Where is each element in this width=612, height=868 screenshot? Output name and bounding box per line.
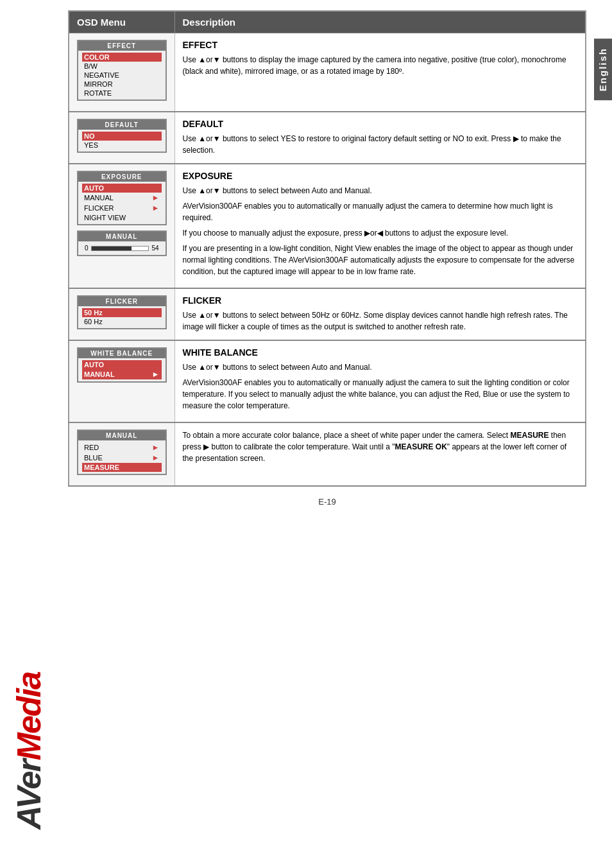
avermedia-logo: AVerMedia: [12, 672, 46, 829]
blue-label: BLUE: [84, 454, 103, 462]
effect-desc: Use ▲or▼ buttons to display the image ca…: [183, 54, 578, 77]
exposure-osd-box: EXPOSURE AUTO MANUAL ► FLICKER ►: [77, 171, 167, 225]
manual-slider-body: 0 54: [78, 241, 166, 255]
color-item: COLOR: [82, 53, 162, 62]
flicker-desc: Use ▲or▼ buttons to select between 50Hz …: [183, 309, 578, 333]
osd-menu-cell: DEFAULT NO YES: [69, 112, 174, 164]
slider-track: [91, 246, 149, 251]
col-header-osd: OSD Menu: [69, 11, 174, 33]
manual-label: MANUAL: [84, 194, 114, 202]
50hz-item: 50 Hz: [82, 308, 162, 317]
page-number: E-19: [318, 497, 336, 507]
manual-slider-box: MANUAL 0 54: [77, 230, 167, 256]
wb-description-cell: WHITE BALANCE Use ▲or▼ buttons to select…: [174, 340, 586, 422]
red-item: RED ►: [82, 442, 162, 453]
osd-menu-cell: WHITE BALANCE AUTO MANUAL ►: [69, 340, 174, 422]
flicker-osd-box: FLICKER 50 Hz 60 Hz: [77, 295, 167, 329]
wb-header: WHITE BALANCE: [78, 349, 166, 358]
bw-item: B/W: [82, 62, 162, 71]
left-sidebar: AVerMedia: [0, 0, 58, 868]
no-item: NO: [82, 132, 162, 141]
table-row: DEFAULT NO YES DEFAULT Use ▲or▼ buttons …: [69, 112, 586, 164]
auto-wb-item: AUTO: [82, 360, 162, 369]
60hz-item: 60 Hz: [82, 317, 162, 326]
measure-item: MEASURE: [82, 463, 162, 472]
exposure-title: EXPOSURE: [183, 171, 578, 181]
main-content: OSD Menu Description EFFECT COLOR B/W NE…: [58, 0, 612, 868]
manual-wb-arrow: ►: [152, 370, 160, 379]
measure-desc: To obtain a more accurate color balance,…: [183, 430, 578, 464]
english-label: English: [597, 48, 608, 91]
effect-title: EFFECT: [183, 40, 578, 50]
default-body: NO YES: [78, 130, 166, 152]
default-description-cell: DEFAULT Use ▲or▼ buttons to select YES t…: [174, 112, 586, 164]
manual-slider-header: MANUAL: [78, 232, 166, 241]
default-title: DEFAULT: [183, 119, 578, 129]
wb-desc: Use ▲or▼ buttons to select between Auto …: [183, 361, 578, 412]
auto-item: AUTO: [82, 184, 162, 193]
manual-wb-item: MANUAL ►: [82, 369, 162, 379]
manual-wb-header2: MANUAL: [78, 431, 166, 440]
flicker-header: FLICKER: [78, 297, 166, 306]
wb-body: AUTO MANUAL ►: [78, 358, 166, 381]
exposure-desc: Use ▲or▼ buttons to select between Auto …: [183, 185, 578, 277]
negative-item: NEGATIVE: [82, 71, 162, 80]
red-label: RED: [84, 444, 99, 451]
slider-max: 54: [151, 245, 158, 252]
wb-osd-box: WHITE BALANCE AUTO MANUAL ►: [77, 347, 167, 383]
default-header: DEFAULT: [78, 120, 166, 130]
manual-wb-label: MANUAL: [84, 370, 115, 378]
table-row: EXPOSURE AUTO MANUAL ► FLICKER ►: [69, 164, 586, 288]
table-row: FLICKER 50 Hz 60 Hz FLICKER Use ▲or▼ but…: [69, 288, 586, 340]
manual-wb-osd-box: MANUAL RED ► BLUE ► MEASURE: [77, 430, 167, 475]
exposure-body: AUTO MANUAL ► FLICKER ► NIGHT VIEW: [78, 182, 166, 224]
flicker-title: FLICKER: [183, 295, 578, 306]
page-footer: E-19: [68, 487, 586, 517]
table-row: WHITE BALANCE AUTO MANUAL ► WHITE BA: [69, 340, 586, 422]
yes-item: YES: [82, 141, 162, 150]
default-desc: Use ▲or▼ buttons to select YES to restor…: [183, 133, 578, 156]
osd-menu-cell: EFFECT COLOR B/W NEGATIVE MIRROR ROTATE: [69, 33, 174, 112]
slider-row: 0 54: [82, 243, 162, 253]
doc-table: OSD Menu Description EFFECT COLOR B/W NE…: [68, 10, 586, 487]
exposure-header: EXPOSURE: [78, 172, 166, 182]
flicker-description-cell: FLICKER Use ▲or▼ buttons to select betwe…: [174, 288, 586, 340]
manual-wb-body: RED ► BLUE ► MEASURE: [78, 440, 166, 474]
nightview-item: NIGHT VIEW: [82, 213, 162, 222]
flicker-label: FLICKER: [84, 204, 114, 212]
slider-min: 0: [85, 245, 89, 252]
default-osd-box: DEFAULT NO YES: [77, 119, 167, 153]
effect-header: EFFECT: [78, 41, 166, 51]
exposure-description-cell: EXPOSURE Use ▲or▼ buttons to select betw…: [174, 164, 586, 288]
blue-item: BLUE ►: [82, 453, 162, 463]
table-row: EFFECT COLOR B/W NEGATIVE MIRROR ROTATE …: [69, 33, 586, 112]
red-arrow: ►: [152, 443, 160, 452]
slider-fill: [92, 247, 132, 250]
measure-bold: MEASURE: [510, 431, 548, 440]
osd-menu-cell: FLICKER 50 Hz 60 Hz: [69, 288, 174, 340]
measure-ok-bold: MEASURE OK: [395, 442, 446, 451]
measure-description-cell: To obtain a more accurate color balance,…: [174, 422, 586, 486]
manual-item: MANUAL ►: [82, 193, 162, 203]
mirror-item: MIRROR: [82, 80, 162, 89]
osd-menu-cell: MANUAL RED ► BLUE ► MEASURE: [69, 422, 174, 486]
col-header-description: Description: [174, 11, 586, 33]
osd-menu-cell: EXPOSURE AUTO MANUAL ► FLICKER ►: [69, 164, 174, 288]
blue-arrow: ►: [152, 453, 160, 462]
table-row: MANUAL RED ► BLUE ► MEASURE: [69, 422, 586, 486]
english-tab: English: [594, 39, 612, 100]
wb-title: WHITE BALANCE: [183, 347, 578, 358]
effect-body: COLOR B/W NEGATIVE MIRROR ROTATE: [78, 51, 166, 100]
flicker-arrow: ►: [152, 204, 160, 213]
flicker-item: FLICKER ►: [82, 203, 162, 213]
flicker-body: 50 Hz 60 Hz: [78, 306, 166, 328]
manual-arrow: ►: [152, 193, 160, 202]
effect-osd-box: EFFECT COLOR B/W NEGATIVE MIRROR ROTATE: [77, 40, 167, 101]
effect-description-cell: EFFECT Use ▲or▼ buttons to display the i…: [174, 33, 586, 112]
rotate-item: ROTATE: [82, 89, 162, 98]
